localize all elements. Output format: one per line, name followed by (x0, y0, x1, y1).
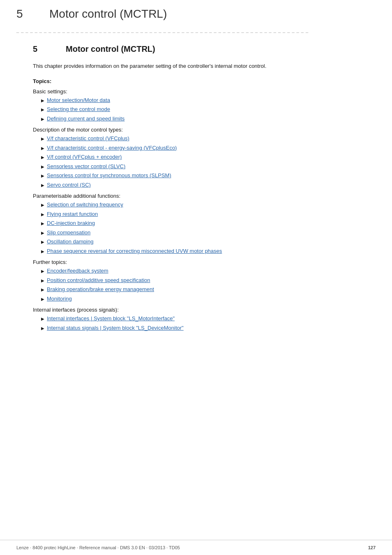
footer-page-number: 127 (368, 545, 376, 550)
arrow-icon: ▶ (41, 220, 44, 227)
list-item: ▶Sensorless vector control (SLVC) (41, 162, 376, 171)
list-item: ▶V/f characteristic control (VFCplus) (41, 134, 376, 143)
category-label-1: Description of the motor control types: (33, 127, 376, 133)
topic-link-1-4[interactable]: Sensorless control for synchronous motor… (47, 171, 171, 180)
topic-link-0-2[interactable]: Defining current and speed limits (47, 115, 125, 123)
list-item: ▶Encoder/feedback system (41, 267, 376, 275)
topic-link-0-0[interactable]: Motor selection/Motor data (47, 96, 110, 104)
list-item: ▶Phase sequence reversal for correcting … (41, 247, 376, 255)
arrow-icon: ▶ (41, 268, 44, 274)
arrow-icon: ▶ (41, 97, 44, 104)
topic-link-1-0[interactable]: V/f characteristic control (VFCplus) (47, 134, 129, 143)
intro-paragraph: This chapter provides information on the… (33, 62, 376, 71)
arrow-icon: ▶ (41, 164, 44, 170)
topic-list-3: ▶Encoder/feedback system▶Position contro… (41, 267, 376, 303)
arrow-icon: ▶ (41, 145, 44, 151)
list-item: ▶Defining current and speed limits (41, 115, 376, 123)
topic-link-1-3[interactable]: Sensorless vector control (SLVC) (47, 162, 125, 171)
arrow-icon: ▶ (41, 182, 44, 188)
arrow-icon: ▶ (41, 316, 44, 322)
list-item: ▶Braking operation/brake energy manageme… (41, 285, 376, 294)
topic-link-2-4[interactable]: Oscillation damping (47, 238, 93, 246)
list-item: ▶Slip compensation (41, 229, 376, 237)
arrow-icon: ▶ (41, 248, 44, 254)
category-label-4: Internal interfaces (process signals): (33, 307, 376, 313)
list-item: ▶Sensorless control for synchronous moto… (41, 171, 376, 180)
topic-link-2-2[interactable]: DC-injection braking (47, 219, 95, 227)
topic-link-2-0[interactable]: Selection of switching frequency (47, 201, 123, 209)
page-footer: Lenze · 8400 protec HighLine · Reference… (0, 540, 392, 555)
topic-link-2-5[interactable]: Phase sequence reversal for correcting m… (47, 247, 222, 255)
arrow-icon: ▶ (41, 136, 44, 142)
header-tab: 5 Motor control (MCTRL) (0, 0, 392, 25)
categories-container: Basic settings:▶Motor selection/Motor da… (33, 88, 376, 332)
category-label-0: Basic settings: (33, 88, 376, 95)
arrow-icon: ▶ (41, 278, 44, 284)
category-label-3: Further topics: (33, 259, 376, 265)
topic-list-2: ▶Selection of switching frequency▶Flying… (41, 201, 376, 255)
topic-link-1-1[interactable]: V/f characteristic control - energy-savi… (47, 144, 177, 152)
divider-dashes: _ _ _ _ _ _ _ _ _ _ _ _ _ _ _ _ _ _ _ _ … (0, 25, 392, 36)
list-item: ▶Motor selection/Motor data (41, 96, 376, 104)
topic-link-3-0[interactable]: Encoder/feedback system (47, 267, 108, 275)
topic-link-1-2[interactable]: V/f control (VFCplus + encoder) (47, 153, 122, 161)
page-wrapper: 5 Motor control (MCTRL) _ _ _ _ _ _ _ _ … (0, 0, 392, 555)
arrow-icon: ▶ (41, 239, 44, 245)
list-item: ▶Selection of switching frequency (41, 201, 376, 209)
topics-label: Topics: (33, 78, 376, 84)
list-item: ▶Oscillation damping (41, 238, 376, 246)
list-item: ▶DC-injection braking (41, 219, 376, 227)
arrow-icon: ▶ (41, 296, 44, 302)
topic-link-3-3[interactable]: Monitoring (47, 295, 72, 303)
topic-link-3-1[interactable]: Position control/additive speed specific… (47, 276, 150, 284)
list-item: ▶Servo control (SC) (41, 181, 376, 189)
category-label-2: Parameterisable additional functions: (33, 193, 376, 199)
header-chapter-num: 5 (16, 7, 33, 21)
topic-list-4: ▶Internal interfaces | System block "LS_… (41, 314, 376, 332)
header-chapter-title: Motor control (MCTRL) (49, 7, 167, 21)
topic-link-4-0[interactable]: Internal interfaces | System block "LS_M… (47, 314, 175, 323)
arrow-icon: ▶ (41, 116, 44, 122)
list-item: ▶Internal status signals | System block … (41, 324, 376, 332)
topic-link-3-2[interactable]: Braking operation/brake energy managemen… (47, 285, 154, 294)
topic-list-0: ▶Motor selection/Motor data▶Selecting th… (41, 96, 376, 123)
arrow-icon: ▶ (41, 154, 44, 160)
list-item: ▶Internal interfaces | System block "LS_… (41, 314, 376, 323)
topic-link-2-1[interactable]: Flying restart function (47, 210, 98, 218)
main-content: 5 Motor control (MCTRL) This chapter pro… (0, 36, 392, 342)
list-item: ▶Flying restart function (41, 210, 376, 218)
arrow-icon: ▶ (41, 106, 44, 113)
list-item: ▶V/f control (VFCplus + encoder) (41, 153, 376, 161)
list-item: ▶Monitoring (41, 295, 376, 303)
list-item: ▶Selecting the control mode (41, 105, 376, 113)
arrow-icon: ▶ (41, 211, 44, 217)
section-header: 5 Motor control (MCTRL) (33, 44, 376, 54)
topic-link-4-1[interactable]: Internal status signals | System block "… (47, 324, 184, 332)
arrow-icon: ▶ (41, 325, 44, 331)
topic-list-1: ▶V/f characteristic control (VFCplus)▶V/… (41, 134, 376, 189)
topic-link-0-1[interactable]: Selecting the control mode (47, 105, 110, 113)
list-item: ▶V/f characteristic control - energy-sav… (41, 144, 376, 152)
section-number: 5 (33, 44, 49, 54)
list-item: ▶Position control/additive speed specifi… (41, 276, 376, 284)
topic-link-2-3[interactable]: Slip compensation (47, 229, 90, 237)
arrow-icon: ▶ (41, 202, 44, 208)
section-title: Motor control (MCTRL) (66, 44, 155, 54)
arrow-icon: ▶ (41, 230, 44, 236)
footer-left-text: Lenze · 8400 protec HighLine · Reference… (16, 545, 180, 550)
arrow-icon: ▶ (41, 287, 44, 293)
arrow-icon: ▶ (41, 173, 44, 179)
topic-link-1-5[interactable]: Servo control (SC) (47, 181, 91, 189)
